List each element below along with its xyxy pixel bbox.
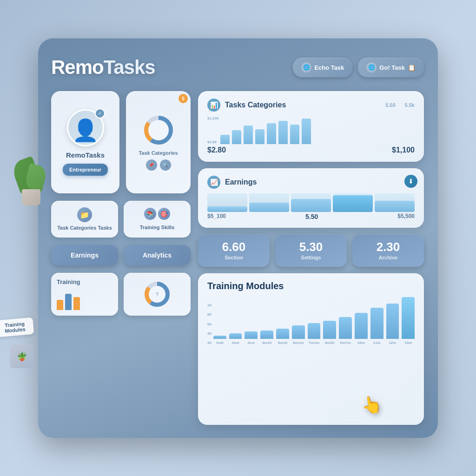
- tasks-panel-values: 5.50 5.5k: [385, 102, 415, 108]
- training-mini-label: Training: [57, 278, 80, 286]
- tasks-bar-2: [232, 130, 241, 144]
- tasks-values-row: $2.80 $1,100: [207, 146, 415, 154]
- mini-dot-1: 📌: [146, 159, 157, 171]
- small-pot-decoration: 🪴: [10, 345, 33, 368]
- analytics-donut: ?: [143, 280, 171, 308]
- task-categories-nav-label: Task Categories Tasks: [57, 225, 112, 231]
- profile-action-button[interactable]: Entrepreneur: [63, 164, 108, 176]
- cursor-hand: 👆: [360, 393, 384, 416]
- stat-card-1: 6.60 Section: [198, 234, 270, 267]
- tasks-chart-container: $1,100 $2.80: [207, 116, 415, 144]
- earn-bar-bg-5: [375, 193, 415, 212]
- stat-value-2: 5.30: [281, 241, 341, 253]
- svg-point-3: [148, 120, 169, 140]
- training-skills-icon-1: 📚: [144, 208, 156, 220]
- t-bar-12: [386, 304, 399, 339]
- go-task-icon: 🌐: [366, 62, 377, 73]
- earnings-panel-icon: 📈: [207, 176, 220, 189]
- task-categories-nav-button[interactable]: 📁 Task Categories Tasks: [51, 201, 118, 238]
- nav-row-2: Earnings Analytics: [51, 245, 191, 265]
- mini-dots: 📌 🔍: [146, 159, 171, 171]
- mini-dot-2: 🔍: [160, 159, 171, 171]
- earnings-nav-label: Earnings: [71, 251, 99, 259]
- training-chart: [213, 297, 415, 339]
- stats-row: 6.60 Section 5.30 Settings 2.30 Archive: [198, 234, 424, 267]
- tasks-bar-3: [244, 126, 253, 144]
- earn-bar-bg-3: [291, 193, 331, 212]
- earnings-panel: 📈 Earnings ⬇ $5_100 5.50 $5,500: [198, 168, 424, 228]
- logo-remo: Remo: [51, 56, 104, 79]
- task-categories-nav-icon: 📁: [77, 207, 92, 222]
- t-bar-2: [229, 333, 242, 339]
- profile-name: RemoTasks: [66, 151, 105, 159]
- mini-task-categories-card: 5 Task Categories 📌 🔍: [126, 91, 191, 193]
- training-mini-card[interactable]: Training: [51, 273, 118, 316]
- t-bar-11: [370, 308, 383, 339]
- t-bar-7: [308, 323, 321, 339]
- avatar-face: 👤: [72, 119, 99, 141]
- earn-bar-bg-1: [207, 193, 247, 212]
- t-bar-5: [276, 329, 289, 339]
- tasks-panel-title: Tasks Categories: [225, 101, 286, 109]
- tasks-bar-7: [290, 125, 299, 144]
- t-bar-10: [355, 313, 368, 339]
- stat-label-1: Section: [204, 255, 264, 260]
- tasks-bar-6: [278, 121, 288, 144]
- tasks-bar-8: [302, 119, 311, 144]
- training-mini-chart: [57, 291, 80, 310]
- echo-task-icon: 🌐: [301, 62, 311, 73]
- training-y-axis: 10 80 60 40 20: [207, 303, 212, 345]
- task-icon-small: 📋: [408, 64, 416, 71]
- earnings-panel-header: 📈 Earnings: [207, 176, 415, 189]
- earn-bar-bg-2: [249, 193, 289, 212]
- earnings-download-button[interactable]: ⬇: [404, 175, 417, 188]
- training-modules-title: Training Modules: [207, 281, 415, 291]
- analytics-donut-card[interactable]: ?: [124, 273, 191, 316]
- logo-tasks: Tasks: [104, 56, 155, 79]
- t-bar-3: [245, 331, 258, 339]
- tasks-categories-panel: 📊 Tasks Categories 5.50 5.5k $1,100 $2.8…: [198, 91, 424, 162]
- training-chart-container: 1m0 2m0 3m1 4m10 5m10 6m1m 7m1m 8m20 9m7…: [213, 297, 415, 345]
- training-chart-wrapper: 10 80 60 40 20: [207, 297, 415, 345]
- stat-value-1: 6.60: [204, 241, 264, 253]
- tasks-bar-5: [267, 123, 276, 144]
- earn-bar-bg-4: [333, 193, 373, 212]
- header-row: Remo Tasks 🌐 Echo Task 🌐 Go! Task 📋: [51, 51, 424, 84]
- stat-label-2: Settings: [281, 255, 341, 260]
- t-bar-9: [339, 317, 352, 339]
- earnings-panel-title: Earnings: [225, 178, 257, 186]
- donut-chart: [142, 114, 175, 146]
- plant-decoration: [13, 145, 50, 205]
- earnings-values-row: $5_100 5.50 $5,500: [207, 213, 415, 220]
- training-skills-icon-2: 🎯: [158, 208, 170, 220]
- t-bar-8: [323, 321, 336, 339]
- right-column: 📊 Tasks Categories 5.50 5.5k $1,100 $2.8…: [198, 91, 424, 425]
- stat-label-3: Archive: [358, 255, 418, 260]
- logo: Remo Tasks: [51, 56, 155, 79]
- avatar-badge: ✓: [95, 108, 105, 119]
- training-modules-panel: Training Modules 10 80 60 40 20: [198, 273, 424, 425]
- t-bar-1: [213, 336, 226, 339]
- analytics-nav-label: Analytics: [143, 251, 172, 259]
- top-left-row: 👤 ✓ RemoTasks Entrepreneur 5: [51, 91, 191, 193]
- analytics-nav-button[interactable]: Analytics: [124, 245, 191, 265]
- training-skills-nav-label: Training Skills: [140, 225, 175, 231]
- tasks-panel-icon: 📊: [207, 99, 220, 112]
- training-skills-nav-button[interactable]: 📚 🎯 Training Skills: [124, 201, 191, 238]
- go-task-button[interactable]: 🌐 Go! Task 📋: [358, 58, 424, 77]
- t-bar-13: [402, 297, 415, 339]
- earnings-nav-button[interactable]: Earnings: [51, 245, 118, 265]
- tasks-panel-header: 📊 Tasks Categories 5.50 5.5k: [207, 99, 415, 112]
- earnings-bars: [207, 193, 415, 212]
- tasks-bar-4: [255, 129, 264, 144]
- tasks-bar-1: [220, 135, 230, 144]
- main-dashboard-card: Training Modules 🪴 Remo Tasks 🌐 Echo Tas…: [38, 38, 438, 438]
- echo-task-button[interactable]: 🌐 Echo Task: [293, 58, 352, 77]
- stat-value-3: 2.30: [358, 241, 418, 253]
- tasks-y-axis: $1,100 $2.80: [207, 116, 218, 144]
- stat-card-3: 2.30 Archive: [352, 234, 424, 267]
- profile-card: 👤 ✓ RemoTasks Entrepreneur: [51, 91, 119, 193]
- t-bar-6: [292, 325, 305, 339]
- header-buttons: 🌐 Echo Task 🌐 Go! Task 📋: [293, 58, 424, 77]
- training-modules-label-left: Training Modules: [0, 317, 34, 337]
